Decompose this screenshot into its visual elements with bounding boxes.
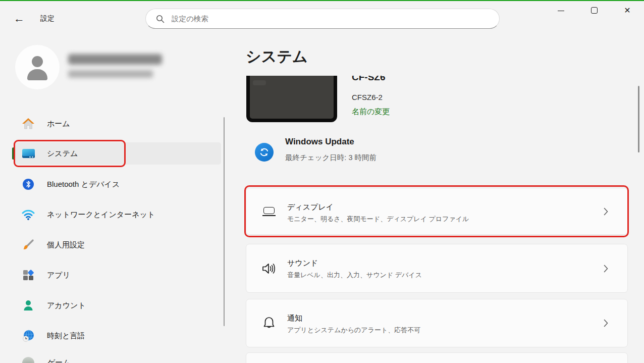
sidebar-item-gaming-partial[interactable]: ゲーム	[15, 355, 221, 363]
search-box[interactable]	[145, 9, 500, 29]
rename-device-link[interactable]: 名前の変更	[352, 107, 390, 117]
bell-icon	[260, 315, 278, 332]
selected-item-accent-pill	[12, 147, 15, 160]
avatar	[15, 45, 60, 89]
window-controls: ✕	[544, 1, 644, 24]
sidebar-item-label: ホーム	[47, 119, 70, 129]
speaker-icon	[260, 260, 278, 277]
card-notifications[interactable]: 通知 アプリとシステムからのアラート、応答不可	[246, 299, 628, 347]
sidebar-item-label: アプリ	[47, 271, 70, 280]
home-icon	[22, 117, 35, 130]
app-title: 設定	[40, 14, 55, 23]
sidebar-item-system[interactable]: システム	[15, 142, 221, 165]
settings-window: ← 設定 ✕ ホーム シス	[0, 0, 644, 363]
user-email-redacted	[68, 70, 153, 78]
card-subtitle: アプリとシステムからのアラート、応答不可	[287, 326, 420, 335]
page-title: システム	[246, 46, 308, 67]
close-button[interactable]: ✕	[611, 1, 644, 23]
main-scrollbar[interactable]	[638, 86, 639, 152]
sidebar-item-label: ネットワークとインターネット	[47, 210, 155, 220]
windows-update-row[interactable]: Windows Update 最終チェック日時: 3 時間前	[246, 134, 628, 170]
card-title: サウンド	[287, 258, 318, 268]
device-model: CFSZ6-2	[352, 93, 383, 101]
maximize-icon	[591, 7, 598, 14]
sidebar-item-apps[interactable]: アプリ	[15, 264, 221, 286]
minimize-button[interactable]	[544, 1, 577, 23]
wifi-icon	[22, 208, 35, 221]
globe-clock-icon	[22, 329, 35, 342]
windows-update-title: Windows Update	[285, 137, 354, 147]
card-title: ディスプレイ	[287, 202, 334, 212]
sidebar-item-label: 時刻と言語	[47, 331, 85, 341]
sidebar-scrollbar[interactable]	[224, 117, 225, 326]
bluetooth-icon	[22, 178, 35, 191]
sidebar-item-label: ゲーム	[47, 357, 71, 363]
card-display[interactable]: ディスプレイ モニター、明るさ、夜間モード、ディスプレイ プロファイル	[246, 188, 628, 235]
account-row[interactable]	[14, 44, 216, 91]
sidebar-item-network-internet[interactable]: ネットワークとインターネット	[15, 203, 221, 226]
sidebar-item-personalization[interactable]: 個人用設定	[15, 234, 221, 256]
sidebar-item-label: アカウント	[47, 301, 86, 310]
display-icon	[260, 203, 278, 220]
paint-brush-icon	[22, 238, 35, 251]
back-arrow-icon: ←	[14, 12, 25, 25]
sidebar-item-label: システム	[47, 149, 78, 159]
card-title: 通知	[287, 314, 302, 323]
gaming-icon	[22, 357, 34, 363]
card-sound[interactable]: サウンド 音量レベル、出力、入力、サウンド デバイス	[246, 244, 628, 293]
avatar-person-icon	[32, 56, 43, 67]
accounts-person-icon	[22, 299, 35, 312]
search-icon	[156, 15, 165, 23]
system-icon	[22, 147, 35, 160]
sidebar-item-label: Bluetooth とデバイス	[47, 180, 120, 189]
minimize-icon	[558, 11, 564, 11]
sidebar-item-label: 個人用設定	[47, 240, 85, 250]
sidebar-item-accounts[interactable]: アカウント	[15, 294, 221, 317]
card-subtitle: 音量レベル、出力、入力、サウンド デバイス	[287, 271, 422, 280]
card-subtitle: モニター、明るさ、夜間モード、ディスプレイ プロファイル	[287, 215, 469, 224]
sidebar-item-time-language[interactable]: 時刻と言語	[15, 325, 221, 347]
chevron-right-icon	[604, 265, 608, 273]
card-partial-next[interactable]	[246, 352, 628, 363]
maximize-button[interactable]	[577, 1, 611, 23]
windows-update-icon	[255, 143, 274, 162]
search-input[interactable]	[172, 15, 492, 23]
user-name-redacted	[68, 54, 162, 65]
chevron-right-icon	[604, 208, 608, 216]
sidebar-item-bluetooth-devices[interactable]: Bluetooth とデバイス	[15, 173, 221, 195]
close-icon: ✕	[624, 7, 630, 14]
chevron-right-icon	[604, 319, 608, 327]
windows-update-status: 最終チェック日時: 3 時間前	[285, 153, 377, 163]
apps-icon	[22, 269, 35, 282]
device-name: CF-SZ6	[352, 76, 386, 83]
sidebar-item-home[interactable]: ホーム	[15, 113, 221, 135]
back-button[interactable]: ←	[11, 11, 27, 26]
device-image	[246, 76, 337, 123]
